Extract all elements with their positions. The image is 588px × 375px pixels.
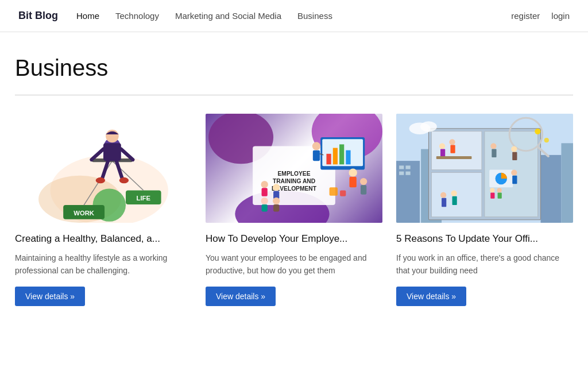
svg-rect-42 <box>273 204 279 211</box>
svg-rect-54 <box>399 165 404 169</box>
svg-rect-47 <box>330 187 338 195</box>
svg-point-39 <box>261 198 268 204</box>
card-2-image: EMPLOYEE TRAINING AND DEVELOPMENT <box>206 114 382 223</box>
svg-rect-57 <box>405 172 410 175</box>
svg-point-66 <box>511 170 517 176</box>
svg-point-37 <box>273 184 280 191</box>
svg-rect-53 <box>561 143 573 223</box>
register-link[interactable]: register <box>511 11 540 21</box>
card-2: EMPLOYEE TRAINING AND DEVELOPMENT <box>206 114 382 306</box>
svg-rect-80 <box>452 196 457 205</box>
svg-rect-44 <box>350 177 357 187</box>
svg-rect-12 <box>103 143 121 161</box>
svg-rect-75 <box>450 145 455 153</box>
svg-point-41 <box>273 198 280 204</box>
card-1: WORK LIFE <box>15 114 192 306</box>
svg-point-45 <box>360 178 367 185</box>
navbar: Bit Blog Home Technology Marketing and S… <box>0 0 588 32</box>
nav-home[interactable]: Home <box>76 11 99 21</box>
svg-text:LIFE: LIFE <box>137 195 151 202</box>
svg-rect-36 <box>262 188 268 196</box>
svg-point-87 <box>535 129 540 134</box>
svg-rect-69 <box>490 193 494 199</box>
svg-rect-28 <box>346 150 350 165</box>
card-1-title: Creating a Healthy, Balanced, a... <box>15 232 192 246</box>
card-2-excerpt: You want your employees to be engaged an… <box>206 252 382 277</box>
svg-rect-73 <box>440 149 445 157</box>
svg-point-29 <box>312 142 320 150</box>
svg-point-81 <box>490 143 496 149</box>
card-2-body: How To Develop Your Employe... You want … <box>206 223 382 306</box>
card-1-body: Creating a Healthy, Balanced, a... Maint… <box>15 223 192 306</box>
card-3-body: 5 Reasons To Update Your Offi... If you … <box>396 223 573 306</box>
nav-business[interactable]: Business <box>297 11 332 21</box>
svg-rect-56 <box>399 172 404 175</box>
card-1-excerpt: Maintaining a healthy lifestyle as a wor… <box>15 252 192 277</box>
card-2-view-button[interactable]: View details » <box>206 287 276 306</box>
svg-rect-76 <box>436 156 472 159</box>
svg-text:EMPLOYEE: EMPLOYEE <box>278 171 311 177</box>
svg-rect-50 <box>396 161 420 223</box>
card-3: 5 Reasons To Update Your Offi... If you … <box>396 114 573 306</box>
svg-rect-84 <box>512 152 517 160</box>
svg-rect-26 <box>333 148 338 165</box>
svg-rect-46 <box>361 185 366 194</box>
page-title: Business <box>15 55 573 81</box>
nav-auth: register login <box>511 11 570 21</box>
svg-point-35 <box>261 181 268 188</box>
svg-rect-30 <box>313 150 320 161</box>
brand-logo[interactable]: Bit Blog <box>18 10 58 22</box>
svg-rect-52 <box>541 155 562 223</box>
svg-point-74 <box>449 139 455 145</box>
login-link[interactable]: login <box>551 11 570 21</box>
svg-point-86 <box>420 121 437 132</box>
svg-point-72 <box>439 143 445 149</box>
main-content: Business WORK LIFE <box>1 32 587 341</box>
card-1-image: WORK LIFE <box>15 114 192 223</box>
svg-rect-82 <box>492 149 496 157</box>
svg-text:WORK: WORK <box>74 210 95 217</box>
svg-rect-55 <box>405 165 410 169</box>
svg-point-88 <box>544 138 549 142</box>
svg-point-79 <box>451 190 457 196</box>
nav-marketing[interactable]: Marketing and Social Media <box>175 11 281 21</box>
svg-point-18 <box>119 177 129 183</box>
svg-rect-60 <box>432 173 482 217</box>
card-3-excerpt: If you work in an office, there's a good… <box>396 252 573 277</box>
card-1-view-button[interactable]: View details » <box>15 287 85 306</box>
svg-rect-40 <box>262 204 268 211</box>
svg-rect-78 <box>442 198 446 207</box>
card-3-image <box>396 114 573 223</box>
svg-rect-67 <box>512 176 517 184</box>
card-3-title: 5 Reasons To Update Your Offi... <box>396 232 573 246</box>
svg-rect-27 <box>339 144 344 164</box>
svg-rect-48 <box>340 190 346 196</box>
svg-point-43 <box>349 168 357 176</box>
svg-rect-71 <box>498 193 502 199</box>
cards-grid: WORK LIFE <box>15 114 573 306</box>
card-3-view-button[interactable]: View details » <box>396 287 466 306</box>
nav-links: Home Technology Marketing and Social Med… <box>76 11 511 21</box>
svg-text:TRAINING AND: TRAINING AND <box>273 178 315 184</box>
svg-point-68 <box>490 188 494 192</box>
section-divider <box>15 95 573 95</box>
svg-rect-59 <box>432 132 482 170</box>
svg-point-83 <box>511 146 517 152</box>
svg-rect-25 <box>326 154 331 164</box>
nav-technology[interactable]: Technology <box>115 11 159 21</box>
svg-point-77 <box>440 192 446 198</box>
svg-point-17 <box>96 177 105 183</box>
card-2-title: How To Develop Your Employe... <box>206 232 382 246</box>
svg-point-70 <box>497 188 502 192</box>
